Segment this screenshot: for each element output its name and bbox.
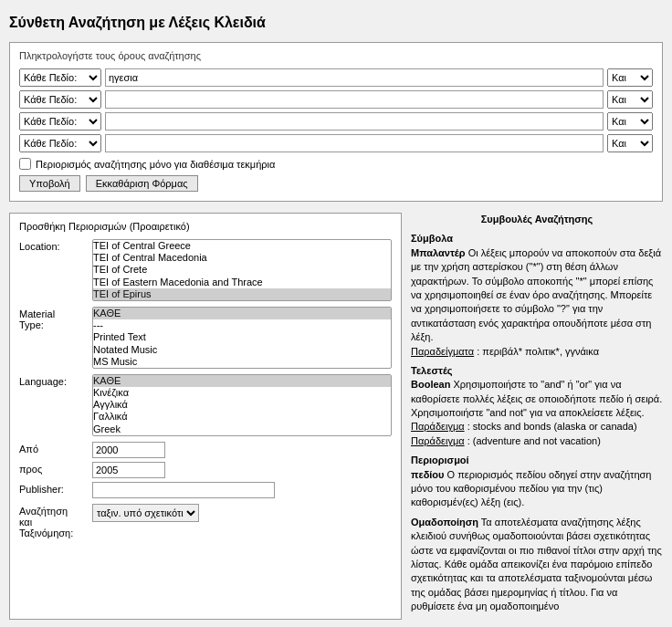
location-option-3[interactable]: TEI of Eastern Macedonia and Thrace — [93, 277, 391, 288]
boolean-example2-label: Παράδειγμα — [411, 435, 465, 446]
search-input-3[interactable] — [105, 112, 604, 131]
boolean-section: ΤελεστέςBoolean Χρησιμοποιήστε το "and" … — [411, 364, 663, 448]
language-control: ΚΑΘΕ Κινέζικα Αγγλικά Γαλλικά Greek — [92, 374, 392, 436]
to-year-row: προς — [19, 462, 392, 478]
language-select[interactable]: ΚΑΘΕ Κινέζικα Αγγλικά Γαλλικά Greek — [92, 374, 392, 436]
clear-button[interactable]: Εκκαθάριση Φόρμας — [86, 175, 198, 192]
material-option-0[interactable]: ΚΑΘΕ — [93, 308, 391, 319]
location-option-2[interactable]: TEI of Crete — [93, 264, 391, 276]
language-option-3[interactable]: Γαλλικά — [93, 411, 391, 423]
help-section: Συμβουλές Αναζήτησης ΣύμβολαΜπαλαντέρ Οι… — [411, 213, 663, 620]
search-input-1[interactable] — [105, 68, 604, 87]
boolean-example1: : stocks and bonds (alaska or canada) — [467, 421, 637, 432]
to-year-input[interactable] — [92, 462, 165, 478]
material-option-4[interactable]: MS Music — [93, 356, 391, 368]
language-label: Language: — [19, 374, 92, 387]
sort-select[interactable]: ταξιν. υπό σχετικότι — [92, 504, 199, 522]
operator-select-1[interactable]: Και — [607, 68, 653, 87]
material-row: MaterialType: ΚΑΘΕ --- Printed Text Nota… — [19, 307, 392, 369]
material-option-3[interactable]: Notated Music — [93, 344, 391, 356]
language-option-4[interactable]: Greek — [93, 423, 391, 435]
field-select-3[interactable]: Κάθε Πεδίο: — [19, 112, 101, 131]
sort-label: ΑναζήτησηκαιΤαξινόμηση: — [19, 504, 92, 538]
field-select-2[interactable]: Κάθε Πεδίο: — [19, 90, 101, 109]
search-legend: Πληκτρολογήστε τους όρους αναζήτησης — [19, 50, 653, 61]
material-option-1[interactable]: --- — [93, 319, 391, 331]
publisher-label: Publisher: — [19, 482, 92, 495]
from-year-row: Από — [19, 442, 392, 458]
help-title: Συμβουλές Αναζήτησης — [411, 213, 663, 226]
wildcard-text: Οι λέξεις μπορούν να αποκοπούν στα δεξιά… — [411, 247, 661, 342]
grouping-text: Τα αποτελέσματα αναζήτησης λέξης κλειδιο… — [411, 517, 662, 611]
location-option-1[interactable]: TEI of Central Macedonia — [93, 252, 391, 264]
availability-checkbox[interactable] — [19, 158, 31, 170]
search-row-3: Κάθε Πεδίο: Και — [19, 112, 653, 131]
lower-section: Προσθήκη Περιορισμών (Προαιρετικό) Locat… — [9, 213, 663, 620]
page-title: Σύνθετη Αναζήτηση με Λέξεις Κλειδιά — [9, 15, 663, 31]
from-year-control — [92, 442, 392, 458]
field-select-1[interactable]: Κάθε Πεδίο: — [19, 68, 101, 87]
publisher-control — [92, 482, 392, 498]
publisher-row: Publisher: — [19, 482, 392, 498]
restrictions-section: Προσθήκη Περιορισμών (Προαιρετικό) Locat… — [9, 213, 402, 620]
location-option-4[interactable]: TEI of Epirus — [93, 288, 391, 300]
wildcard-section: ΣύμβολαΜπαλαντέρ Οι λέξεις μπορούν να απ… — [411, 232, 663, 359]
field-select-4[interactable]: Κάθε Πεδίο: — [19, 134, 101, 152]
availability-checkbox-row: Περιορισμός αναζήτησης μόνο για διαθέσιμ… — [19, 158, 653, 170]
field-text: Ο περιορισμός πεδίου οδηγεί στην αναζήτη… — [411, 469, 651, 508]
material-option-2[interactable]: Printed Text — [93, 331, 391, 343]
search-input-4[interactable] — [105, 134, 604, 152]
from-year-label: Από — [19, 442, 92, 455]
search-input-2[interactable] — [105, 90, 604, 109]
language-row: Language: ΚΑΘΕ Κινέζικα Αγγλικά Γαλλικά … — [19, 374, 392, 436]
restrictions-legend: Προσθήκη Περιορισμών (Προαιρετικό) — [19, 221, 392, 232]
operator-select-3[interactable]: Και — [607, 112, 653, 131]
submit-button[interactable]: Υποβολή — [19, 175, 80, 192]
boolean-example2: : (adventure and not vacation) — [467, 435, 601, 446]
search-row-1: Κάθε Πεδίο: Και — [19, 68, 653, 87]
operator-select-4[interactable]: Και — [607, 134, 653, 152]
material-select[interactable]: ΚΑΘΕ --- Printed Text Notated Music MS M… — [92, 307, 392, 369]
from-year-input[interactable] — [92, 442, 165, 458]
location-option-0[interactable]: TEI of Central Greece — [93, 240, 391, 252]
language-option-2[interactable]: Αγγλικά — [93, 399, 391, 411]
operator-select-2[interactable]: Και — [607, 90, 653, 109]
location-control: TEI of Central Greece TEI of Central Mac… — [92, 239, 392, 301]
search-row-2: Κάθε Πεδίο: Και — [19, 90, 653, 109]
location-select[interactable]: TEI of Central Greece TEI of Central Mac… — [92, 239, 392, 301]
grouping-term: Ομαδοποίηση — [411, 517, 478, 528]
sort-row: ΑναζήτησηκαιΤαξινόμηση: ταξιν. υπό σχετι… — [19, 504, 392, 538]
form-buttons: Υποβολή Εκκαθάριση Φόρμας — [19, 175, 653, 192]
location-label: Location: — [19, 239, 92, 252]
location-row: Location: TEI of Central Greece TEI of C… — [19, 239, 392, 301]
search-section: Πληκτρολογήστε τους όρους αναζήτησης Κάθ… — [9, 42, 663, 202]
publisher-input[interactable] — [92, 482, 275, 498]
wildcard-example-label: Παραδείγματα — [411, 346, 474, 357]
to-year-control — [92, 462, 392, 478]
search-row-4: Κάθε Πεδίο: Και — [19, 134, 653, 152]
sort-control: ταξιν. υπό σχετικότι — [92, 504, 392, 522]
boolean-example1-label: Παράδειγμα — [411, 421, 465, 432]
availability-label: Περιορισμός αναζήτησης μόνο για διαθέσιμ… — [36, 159, 275, 170]
wildcard-example: : περιβάλ* πολιτικ*, γγνάικα — [477, 346, 599, 357]
language-option-0[interactable]: ΚΑΘΕ — [93, 375, 391, 387]
field-section: Περιορισμοίπεδίου Ο περιορισμός πεδίου ο… — [411, 454, 663, 510]
material-label: MaterialType: — [19, 307, 92, 330]
to-year-label: προς — [19, 462, 92, 475]
wildcard-term: ΣύμβολαΜπαλαντέρ — [411, 233, 466, 257]
grouping-section: Ομαδοποίηση Τα αποτελέσματα αναζήτησης λ… — [411, 516, 663, 614]
boolean-term: ΤελεστέςBoolean — [411, 365, 453, 390]
language-option-1[interactable]: Κινέζικα — [93, 387, 391, 399]
material-control: ΚΑΘΕ --- Printed Text Notated Music MS M… — [92, 307, 392, 369]
